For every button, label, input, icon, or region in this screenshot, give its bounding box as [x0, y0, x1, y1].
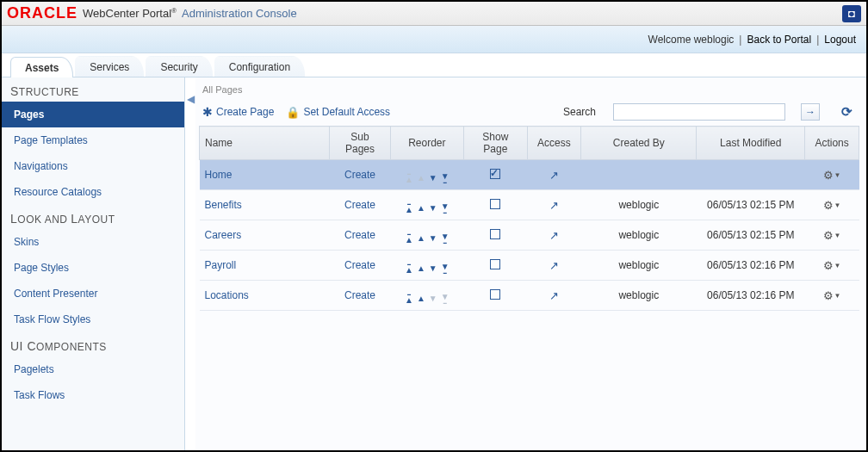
sidebar-item-resource-catalogs[interactable]: Resource Catalogs: [2, 179, 184, 205]
col-actions[interactable]: Actions: [805, 127, 859, 160]
page-subtitle: Administration Console: [182, 7, 297, 20]
move-top-icon[interactable]: ▬▲: [405, 172, 413, 184]
gear-icon: ⚙: [823, 289, 834, 302]
create-subpage-link[interactable]: Create: [344, 199, 375, 211]
page-name-link[interactable]: Careers: [205, 229, 242, 241]
last-modified-cell: 06/05/13 02:15 PM: [697, 220, 805, 251]
create-subpage-link[interactable]: Create: [344, 289, 375, 301]
move-up-icon[interactable]: ▲: [417, 264, 425, 273]
sidebar-item-task-flows[interactable]: Task Flows: [2, 382, 184, 408]
row-actions-menu[interactable]: ⚙▼: [823, 169, 841, 182]
access-icon[interactable]: ↗: [549, 259, 559, 272]
move-down-icon[interactable]: ▼: [429, 174, 437, 183]
access-icon[interactable]: ↗: [549, 199, 559, 212]
move-up-icon[interactable]: ▲: [417, 204, 425, 213]
logout-link[interactable]: Logout: [824, 34, 856, 46]
move-up-icon[interactable]: ▲: [417, 234, 425, 243]
create-subpage-link[interactable]: Create: [344, 169, 375, 181]
chevron-down-icon: ▼: [834, 201, 841, 209]
table-row[interactable]: CareersCreate▬▲▲▼▼▬↗weblogic06/05/13 02:…: [200, 220, 859, 251]
sidebar-collapse-handle[interactable]: ◀: [185, 77, 195, 450]
chevron-down-icon: ▼: [834, 292, 841, 300]
move-bottom-icon[interactable]: ▼▬: [441, 232, 450, 245]
page-name-link[interactable]: Home: [205, 169, 232, 181]
move-down-icon[interactable]: ▼: [429, 234, 437, 243]
sidebar-item-navigations[interactable]: Navigations: [2, 153, 184, 179]
create-subpage-link[interactable]: Create: [344, 229, 375, 241]
access-icon[interactable]: ↗: [549, 229, 559, 242]
search-label: Search: [563, 106, 596, 118]
lock-icon: 🔒: [286, 106, 300, 119]
create-page-label: Create Page: [216, 106, 274, 118]
col-showpage[interactable]: Show Page: [464, 127, 528, 160]
move-top-icon[interactable]: ▬▲: [405, 263, 413, 275]
access-icon[interactable]: ↗: [549, 289, 559, 302]
col-lastmodified[interactable]: Last Modified: [697, 127, 805, 160]
move-bottom-icon[interactable]: ▼▬: [441, 293, 450, 305]
oracle-logo: ORACLE: [7, 4, 78, 22]
table-row[interactable]: BenefitsCreate▬▲▲▼▼▬↗weblogic06/05/13 02…: [200, 190, 859, 220]
move-up-icon[interactable]: ▲: [417, 294, 425, 303]
show-page-checkbox[interactable]: [490, 169, 500, 179]
move-up-icon[interactable]: ▲: [417, 174, 425, 183]
product-name: WebCenter Portal®: [83, 7, 177, 20]
set-default-access-button[interactable]: 🔒 Set Default Access: [286, 106, 390, 119]
move-top-icon[interactable]: ▬▲: [405, 202, 413, 214]
sidebar-item-task-flow-styles[interactable]: Task Flow Styles: [2, 306, 184, 332]
move-bottom-icon[interactable]: ▼▬: [441, 172, 450, 184]
col-name[interactable]: Name: [200, 127, 330, 160]
row-actions-menu[interactable]: ⚙▼: [823, 259, 841, 272]
sidebar-item-content-presenter[interactable]: Content Presenter: [2, 281, 184, 306]
product-brand-icon[interactable]: ◘: [842, 5, 861, 22]
page-name-link[interactable]: Locations: [205, 289, 249, 301]
col-reorder[interactable]: Reorder: [390, 127, 463, 160]
show-page-checkbox[interactable]: [490, 229, 500, 239]
sidebar-item-pages[interactable]: Pages: [2, 102, 184, 127]
sidebar-item-skins[interactable]: Skins: [2, 229, 184, 255]
main-panel: All Pages ✱ Create Page 🔒 Set Default Ac…: [195, 77, 866, 450]
page-name-link[interactable]: Benefits: [205, 199, 242, 211]
tab-security[interactable]: Security: [146, 56, 212, 77]
show-page-checkbox[interactable]: [490, 289, 500, 300]
move-down-icon[interactable]: ▼: [429, 204, 437, 213]
col-createdby[interactable]: Created By: [581, 127, 697, 160]
row-actions-menu[interactable]: ⚙▼: [823, 229, 841, 242]
sidebar-item-page-styles[interactable]: Page Styles: [2, 255, 184, 281]
move-bottom-icon[interactable]: ▼▬: [441, 202, 450, 214]
sidebar-item-page-templates[interactable]: Page Templates: [2, 127, 184, 153]
table-row[interactable]: LocationsCreate▬▲▲▼▼▬↗weblogic06/05/13 0…: [200, 281, 859, 311]
row-actions-menu[interactable]: ⚙▼: [823, 289, 841, 302]
access-icon[interactable]: ↗: [549, 169, 559, 182]
chevron-down-icon: ▼: [834, 171, 841, 179]
move-top-icon[interactable]: ▬▲: [405, 293, 413, 305]
sidebar-section-structure: Structure: [2, 77, 184, 102]
move-bottom-icon[interactable]: ▼▬: [441, 263, 450, 275]
move-top-icon[interactable]: ▬▲: [405, 232, 413, 245]
last-modified-cell: 06/05/13 02:15 PM: [697, 190, 805, 220]
tab-services[interactable]: Services: [75, 56, 144, 77]
move-down-icon[interactable]: ▼: [429, 294, 437, 303]
search-go-button[interactable]: →: [801, 103, 820, 121]
page-name-link[interactable]: Payroll: [205, 259, 237, 271]
created-by-cell: weblogic: [581, 220, 697, 251]
search-input[interactable]: [613, 103, 785, 121]
back-to-portal-link[interactable]: Back to Portal: [747, 34, 811, 46]
table-row[interactable]: HomeCreate▬▲▲▼▼▬↗⚙▼: [200, 160, 859, 190]
tab-configuration[interactable]: Configuration: [214, 56, 305, 77]
col-access[interactable]: Access: [527, 127, 581, 160]
arrow-right-icon: →: [805, 106, 815, 118]
move-down-icon[interactable]: ▼: [429, 264, 437, 273]
sidebar-item-pagelets[interactable]: Pagelets: [2, 356, 184, 382]
show-page-checkbox[interactable]: [490, 199, 500, 209]
row-actions-menu[interactable]: ⚙▼: [823, 199, 841, 212]
create-subpage-link[interactable]: Create: [344, 259, 375, 271]
create-page-button[interactable]: ✱ Create Page: [202, 105, 274, 119]
app-header: ORACLE WebCenter Portal® Administration …: [2, 2, 866, 26]
show-page-checkbox[interactable]: [490, 259, 500, 269]
table-row[interactable]: PayrollCreate▬▲▲▼▼▬↗weblogic06/05/13 02:…: [200, 251, 859, 281]
tab-assets[interactable]: Assets: [10, 57, 73, 77]
welcome-text: Welcome weblogic: [648, 34, 735, 46]
col-subpages[interactable]: Sub Pages: [330, 127, 390, 160]
refresh-button[interactable]: ⟳: [837, 103, 856, 121]
sidebar-section-ui-components: UI Components: [2, 332, 184, 356]
